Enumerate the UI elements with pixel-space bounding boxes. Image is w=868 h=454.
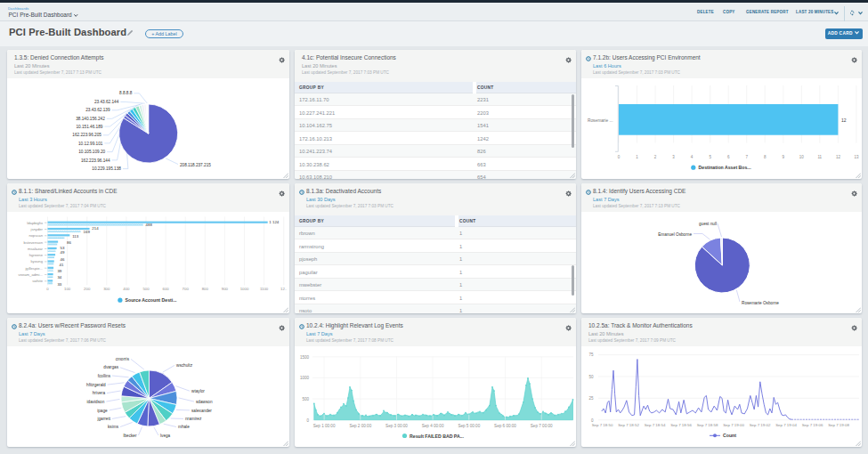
svg-text:Sep 7 19:08: Sep 7 19:08 xyxy=(828,423,849,427)
svg-text:5: 5 xyxy=(709,155,711,159)
svg-text:sdawson: sdawson xyxy=(196,400,213,404)
svg-text:49: 49 xyxy=(61,250,65,255)
svg-text:Source Account Desti...: Source Account Desti... xyxy=(126,297,178,303)
svg-text:113: 113 xyxy=(72,234,79,239)
svg-text:Count: Count xyxy=(723,433,736,438)
svg-text:9: 9 xyxy=(783,155,785,159)
svg-text:nramirez: nramirez xyxy=(185,417,202,421)
svg-text:800: 800 xyxy=(202,287,209,291)
svg-text:3: 3 xyxy=(672,155,675,159)
svg-text:Sep 7 19:06: Sep 7 19:06 xyxy=(802,423,823,427)
svg-text:Rosemarie Osborne: Rosemarie Osborne xyxy=(742,301,779,305)
svg-text:86: 86 xyxy=(67,240,71,245)
svg-text:6: 6 xyxy=(727,155,730,159)
svg-text:1 124: 1 124 xyxy=(269,220,280,224)
svg-text:ksims: ksims xyxy=(108,425,119,429)
svg-text:162.223.96.205: 162.223.96.205 xyxy=(72,133,101,137)
svg-text:hrivera: hrivera xyxy=(93,391,106,395)
svg-text:0: 0 xyxy=(46,287,49,291)
svg-text:Result FAILED BAD PA...: Result FAILED BAD PA... xyxy=(410,434,465,439)
svg-text:mhale: mhale xyxy=(178,425,190,429)
svg-text:208.118.237.215: 208.118.237.215 xyxy=(180,163,211,167)
svg-text:46: 46 xyxy=(61,257,65,262)
svg-text:12: 12 xyxy=(841,118,847,123)
svg-text:guest null: guest null xyxy=(699,222,717,226)
svg-text:600: 600 xyxy=(163,287,170,291)
svg-text:0: 0 xyxy=(591,418,594,423)
svg-text:75: 75 xyxy=(588,353,594,357)
svg-text:25: 25 xyxy=(588,396,594,401)
svg-text:Sep 7 18:58: Sep 7 18:58 xyxy=(697,423,718,427)
svg-text:7: 7 xyxy=(745,155,748,159)
svg-text:veeam_admi...: veeam_admi... xyxy=(19,272,43,277)
svg-text:Destination Asset Bos...: Destination Asset Bos... xyxy=(699,165,752,170)
svg-text:jgarrett: jgarrett xyxy=(96,417,110,421)
svg-text:10: 10 xyxy=(799,155,805,159)
svg-text:Sep 5 00:00: Sep 5 00:00 xyxy=(458,424,480,428)
svg-text:Sep 7 19:00: Sep 7 19:00 xyxy=(723,423,744,427)
svg-text:Sep 7 00:00: Sep 7 00:00 xyxy=(531,424,553,428)
svg-text:Emanuel Osborne: Emanuel Osborne xyxy=(658,232,692,237)
svg-text:39: 39 xyxy=(57,269,61,273)
svg-text:dvargas: dvargas xyxy=(103,365,118,369)
svg-text:1: 1 xyxy=(636,155,638,159)
svg-text:200: 200 xyxy=(84,287,91,291)
svg-text:Sep 7 18:56: Sep 7 18:56 xyxy=(670,423,692,427)
svg-text:swhite: swhite xyxy=(32,279,44,283)
svg-text:4: 4 xyxy=(691,155,694,159)
svg-text:12: 12 xyxy=(836,155,841,159)
svg-text:13: 13 xyxy=(854,155,859,159)
svg-text:bstevenson: bstevenson xyxy=(24,240,44,245)
svg-text:salexander: salexander xyxy=(191,409,212,413)
svg-text:500: 500 xyxy=(302,397,309,401)
svg-text:1100: 1100 xyxy=(260,287,269,291)
svg-text:cmorris: cmorris xyxy=(116,357,130,361)
svg-text:wtaylor: wtaylor xyxy=(191,389,205,393)
svg-text:300: 300 xyxy=(103,287,110,291)
svg-text:23.43.62.139: 23.43.62.139 xyxy=(85,108,110,112)
svg-text:33: 33 xyxy=(57,282,61,287)
svg-text:38.140.156.242: 38.140.156.242 xyxy=(76,117,105,121)
svg-text:Sep 7 19:02: Sep 7 19:02 xyxy=(750,423,771,427)
svg-text:Sep 7 18:54: Sep 7 18:54 xyxy=(645,423,666,427)
svg-text:900: 900 xyxy=(222,287,229,291)
svg-text:700: 700 xyxy=(183,287,190,291)
svg-text:0: 0 xyxy=(618,155,621,159)
svg-text:Sep 7 18:52: Sep 7 18:52 xyxy=(618,423,639,427)
svg-text:hfitzgerald: hfitzgerald xyxy=(86,383,106,387)
svg-text:214: 214 xyxy=(92,226,99,231)
svg-text:Rosemarie ...: Rosemarie ... xyxy=(588,118,613,123)
svg-text:Sep 1 00:00: Sep 1 00:00 xyxy=(313,424,336,428)
svg-text:500: 500 xyxy=(142,287,150,291)
svg-text:Sep 7 19:04: Sep 7 19:04 xyxy=(775,423,797,427)
svg-text:idavidson: idavidson xyxy=(86,400,104,404)
svg-text:10.105.109.20: 10.105.109.20 xyxy=(78,150,105,154)
svg-text:162.223.96.144: 162.223.96.144 xyxy=(81,158,110,163)
svg-text:fcollins: fcollins xyxy=(98,374,111,378)
svg-text:100: 100 xyxy=(64,287,71,291)
svg-text:Sep 2 00:00: Sep 2 00:00 xyxy=(349,424,371,428)
svg-text:lbecker: lbecker xyxy=(123,434,137,438)
svg-text:10.151.46.189: 10.151.46.189 xyxy=(76,125,102,129)
svg-text:488: 488 xyxy=(146,223,153,227)
svg-text:34: 34 xyxy=(57,275,61,280)
svg-text:10.12.99.101: 10.12.99.101 xyxy=(78,142,103,146)
svg-text:Sep 6 00:00: Sep 6 00:00 xyxy=(494,424,516,428)
svg-text:8.8.8.8: 8.8.8.8 xyxy=(119,91,133,95)
svg-text:50: 50 xyxy=(588,375,594,379)
svg-text:ipage: ipage xyxy=(97,409,108,413)
svg-text:11: 11 xyxy=(817,155,822,159)
svg-text:Sep 3 00:00: Sep 3 00:00 xyxy=(385,424,408,428)
svg-text:msalazar: msalazar xyxy=(28,247,44,251)
svg-text:wschultz: wschultz xyxy=(176,363,193,368)
svg-text:41: 41 xyxy=(60,263,64,267)
svg-text:ldapbigfix: ldapbigfix xyxy=(27,221,44,225)
svg-text:10.229.195.138: 10.229.195.138 xyxy=(92,166,121,171)
svg-text:1000: 1000 xyxy=(240,287,249,291)
svg-text:1000: 1000 xyxy=(300,376,310,380)
svg-text:Sep 4 00:00: Sep 4 00:00 xyxy=(422,424,444,428)
svg-text:kyoung: kyoung xyxy=(30,259,43,263)
svg-text:1500: 1500 xyxy=(300,355,310,360)
svg-text:0: 0 xyxy=(306,418,309,423)
svg-text:nxpscan: nxpscan xyxy=(28,233,43,238)
